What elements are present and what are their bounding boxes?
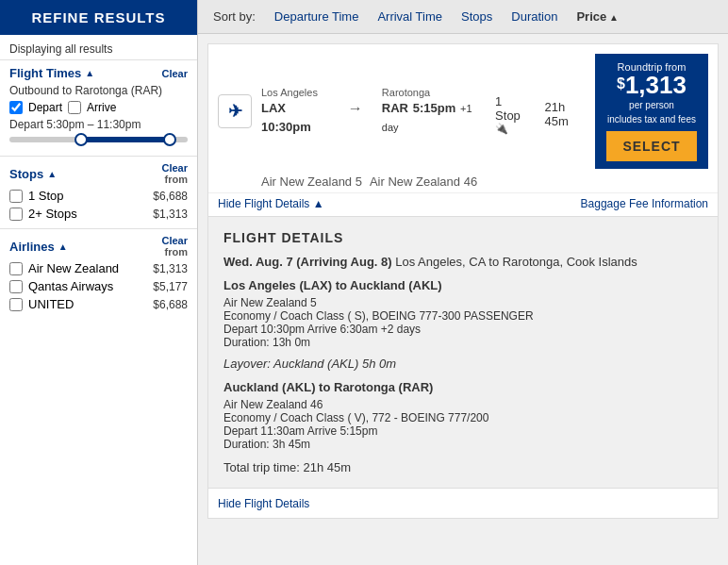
flight-times-label: Flight Times <box>9 66 81 80</box>
baggage-fee-link[interactable]: Baggage Fee Information <box>581 197 708 210</box>
origin-city: Los Angeles <box>261 87 329 98</box>
airline-1-label: Qantas Airways <box>28 279 113 293</box>
sort-arrival-time-btn[interactable]: Arrival Time <box>370 8 450 25</box>
leg1-depart-arrive: Depart 10:30pm Arrive 6:30am +2 days <box>223 323 703 336</box>
airlines-from-label: from <box>161 246 188 258</box>
airline-0-checkbox[interactable] <box>9 262 23 275</box>
sort-duration-btn[interactable]: Duration <box>504 8 565 25</box>
airlines-label: Airlines <box>9 240 55 254</box>
airline-0-label: Air New Zealand <box>28 261 119 275</box>
stop-0-price: $6,688 <box>153 190 188 203</box>
airline-logo: ✈ <box>218 94 252 128</box>
flight-links-row: Hide Flight Details ▲ Baggage Fee Inform… <box>208 192 718 216</box>
origin-time: LAX 10:30pm <box>261 98 329 136</box>
stops-label: Stops <box>9 167 43 181</box>
origin-leg: Los Angeles LAX 10:30pm <box>261 87 329 136</box>
slider-fill <box>81 137 171 142</box>
dest-city: Rarotonga <box>382 87 476 98</box>
airline-2-price: $6,688 <box>153 298 188 311</box>
sidebar: REFINE RESULTS Displaying all results Fl… <box>0 0 198 565</box>
arrive-checkbox[interactable] <box>68 101 81 114</box>
hide-details-bottom-row: Hide Flight Details <box>207 489 719 519</box>
depart-checkbox[interactable] <box>9 101 23 114</box>
price-per: per person <box>629 99 674 111</box>
airline-row-1: Qantas Airways $5,177 <box>9 279 188 293</box>
airline-1-checkbox[interactable] <box>9 280 23 293</box>
stops-text: 1 Stop <box>495 94 525 123</box>
airline-line2: Air New Zealand 46 <box>370 174 477 189</box>
arrive-label: Arrive <box>87 101 116 114</box>
airline-2-checkbox[interactable] <box>9 298 23 311</box>
sidebar-displaying: Displaying all results <box>0 35 197 59</box>
leg2-title: Auckland (AKL) to Rarotonga (RAR) <box>223 380 703 394</box>
airline-1-price: $5,177 <box>153 280 188 293</box>
stop-1-checkbox[interactable] <box>9 208 23 221</box>
stops-arrow-icon: ▲ <box>47 169 57 179</box>
price-includes: includes tax and fees <box>607 113 696 125</box>
stop-row-0: 1 Stop $6,688 <box>9 189 188 203</box>
stops-clear-btn[interactable]: Clear <box>161 162 188 174</box>
arrow-col: → <box>348 87 363 117</box>
airlines-clear-btn[interactable]: Clear <box>161 235 188 246</box>
sort-stops-btn[interactable]: Stops <box>454 8 500 25</box>
stop-1-label: 2+ Stops <box>28 207 77 221</box>
select-button[interactable]: SELECT <box>606 131 697 161</box>
price-dollar-sign: $ <box>617 75 625 91</box>
airline-row-0: Air New Zealand $1,313 <box>9 261 188 275</box>
airlines-arrow-icon: ▲ <box>58 241 68 252</box>
depart-checkbox-row: Depart Arrive <box>9 101 188 114</box>
sort-price-btn[interactable]: Price <box>569 8 626 25</box>
flight-route: Los Angeles, CA to Rarotonga, Cook Islan… <box>395 255 637 269</box>
price-box: Roundtrip from $1,313 per person include… <box>595 54 708 169</box>
stop-0-checkbox[interactable] <box>9 190 23 203</box>
airline-0-price: $1,313 <box>153 262 188 275</box>
stops-title-row: Stops ▲ Clear from <box>9 162 188 185</box>
time-slider-track <box>9 137 188 142</box>
slider-thumb-right[interactable] <box>163 133 176 146</box>
stop-1-price: $1,313 <box>153 208 188 221</box>
flight-times-title-left: Flight Times ▲ <box>9 66 94 80</box>
stops-col: 1 Stop 🔌 <box>495 87 525 135</box>
flight-info: Los Angeles LAX 10:30pm → Rarotonga RAR … <box>261 87 586 136</box>
sidebar-stops-section: Stops ▲ Clear from 1 Stop $6,688 2+ Stop… <box>0 156 197 228</box>
origin-time-val: 10:30pm <box>261 120 311 134</box>
airlines-title-row: Airlines ▲ Clear from <box>9 235 188 258</box>
sidebar-header: REFINE RESULTS <box>0 0 197 35</box>
flight-times-clear-btn[interactable]: Clear <box>161 68 188 79</box>
dest-time: RAR 5:15pm +1 day <box>382 98 476 136</box>
flight-card: ✈ Los Angeles LAX 10:30pm → Rarotonga RA… <box>207 43 719 217</box>
airline-row-1-left: Qantas Airways <box>9 279 113 293</box>
flight-card-top: ✈ Los Angeles LAX 10:30pm → Rarotonga RA… <box>208 44 718 174</box>
dest-leg: Rarotonga RAR 5:15pm +1 day <box>382 87 476 136</box>
stop-row-1: 2+ Stops $1,313 <box>9 207 188 221</box>
airline-row-0-left: Air New Zealand <box>9 261 119 275</box>
layover-text: Layover: Auckland (AKL) 5h 0m <box>223 357 703 371</box>
leg1-class: Economy / Coach Class ( S), BOEING 777-3… <box>223 309 703 323</box>
flight-details-date: Wed. Aug. 7 (Arriving Aug. 8) Los Angele… <box>223 255 703 269</box>
flight-times-arrow-icon: ▲ <box>85 68 94 78</box>
airline-line1: Air New Zealand 5 <box>261 174 362 189</box>
price-amount-row: $1,313 <box>617 73 687 97</box>
total-trip-time: Total trip time: 21h 45m <box>223 460 703 474</box>
airline-row-2: UNITED $6,688 <box>9 297 188 311</box>
dest-code-inline: RAR <box>382 101 408 115</box>
price-amount: 1,313 <box>625 71 687 99</box>
airlines-title-left: Airlines ▲ <box>9 240 68 254</box>
stops-title-left: Stops ▲ <box>9 167 57 181</box>
sidebar-airlines-section: Airlines ▲ Clear from Air New Zealand $1… <box>0 228 197 319</box>
stop-row-0-left: 1 Stop <box>9 189 64 203</box>
flight-times-title-row: Flight Times ▲ Clear <box>9 66 188 80</box>
hide-details-bottom-btn[interactable]: Hide Flight Details <box>218 497 309 510</box>
leg2-duration: Duration: 3h 45m <box>223 438 703 451</box>
stop-0-label: 1 Stop <box>28 189 64 203</box>
stop-icon: 🔌 <box>495 123 508 135</box>
stops-from-label: from <box>161 174 188 185</box>
sort-by-label: Sort by: <box>213 9 256 24</box>
sort-departure-time-btn[interactable]: Departure Time <box>267 8 367 25</box>
slider-thumb-left[interactable] <box>74 133 88 146</box>
flight-details-panel: FLIGHT DETAILS Wed. Aug. 7 (Arriving Aug… <box>207 217 719 489</box>
leg2-airline: Air New Zealand 46 <box>223 398 703 411</box>
depart-label: Depart <box>28 101 62 114</box>
leg1-duration: Duration: 13h 0m <box>223 336 703 349</box>
hide-flight-details-btn[interactable]: Hide Flight Details ▲ <box>218 197 324 210</box>
